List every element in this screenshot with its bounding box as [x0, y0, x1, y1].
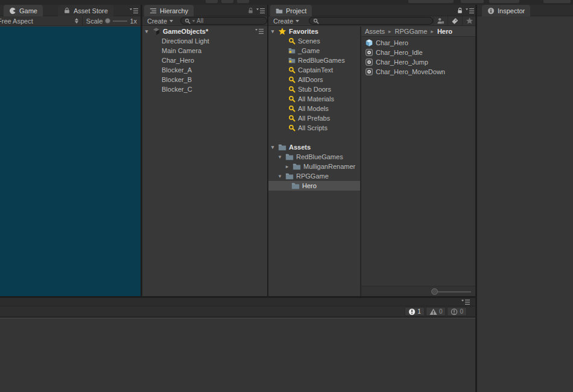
scale-label: Scale	[86, 17, 103, 25]
search-icon	[185, 18, 191, 24]
tab-inspector-label: Inspector	[498, 7, 525, 14]
hierarchy-item[interactable]: Directional Light	[142, 36, 267, 46]
foldout-open-icon[interactable]: ▾	[277, 173, 283, 179]
project-search-input[interactable]	[309, 17, 433, 25]
aspect-dropdown[interactable]: Free Aspect	[0, 17, 33, 25]
favorite-item[interactable]: All Materials	[268, 94, 360, 104]
folder-row[interactable]: ▸ MulliganRenamer	[268, 162, 360, 171]
favorite-item[interactable]: RedBlueGames	[268, 55, 360, 65]
folder-row[interactable]: ▾ RPGGame	[268, 171, 360, 181]
asset-file-row[interactable]: Char_Hero	[361, 38, 476, 48]
breadcrumb-separator-icon: ▸	[431, 28, 434, 34]
breadcrumb-rpggame[interactable]: RPGGame	[395, 28, 428, 35]
console-panel-menu-icon[interactable]	[461, 299, 470, 305]
hierarchy-item-label: Blocker_B	[162, 76, 192, 83]
favorite-item[interactable]: All Models	[268, 104, 360, 113]
tab-game[interactable]: Game	[4, 5, 43, 16]
console-log-area[interactable]	[0, 318, 475, 392]
aspect-dropdown-arrows-icon[interactable]	[75, 18, 78, 24]
tab-game-label: Game	[19, 7, 37, 14]
icon-size-slider-track[interactable]	[435, 291, 471, 292]
asset-file-label: Char_Hero_Idle	[376, 49, 423, 56]
tab-inspector[interactable]: Inspector	[482, 5, 530, 16]
unity-scene-icon	[152, 27, 160, 36]
folder-icon	[291, 182, 300, 190]
search-by-type-button[interactable]	[434, 17, 448, 25]
hierarchy-item[interactable]: Blocker_C	[142, 84, 267, 94]
favorite-item[interactable]: AllDoors	[268, 75, 360, 84]
icon-size-slider-knob[interactable]	[431, 288, 438, 295]
search-favorites-button[interactable]	[463, 17, 476, 25]
asset-store-bag-icon	[63, 7, 71, 14]
saved-search-icon	[288, 86, 296, 93]
favorite-item[interactable]: CaptainText	[268, 65, 360, 75]
asset-file-label: Char_Hero	[376, 39, 408, 46]
hierarchy-panel-menu-icon[interactable]	[256, 8, 265, 14]
hierarchy-item[interactable]: Blocker_B	[142, 75, 267, 84]
hierarchy-lock-icon[interactable]	[247, 7, 254, 14]
foldout-open-icon[interactable]: ▾	[270, 144, 276, 150]
info-count-toggle[interactable]: 0	[447, 307, 467, 316]
project-lock-icon[interactable]	[457, 7, 463, 14]
asset-file-row[interactable]: Char_Hero_MoveDown	[361, 67, 476, 77]
game-viewport[interactable]	[0, 27, 141, 296]
animation-clip-icon	[365, 48, 373, 57]
favorite-item[interactable]: _Game	[268, 46, 360, 55]
hierarchy-item-label: Char_Hero	[162, 57, 194, 64]
breadcrumb-assets[interactable]: Assets	[365, 28, 385, 35]
project-content: ▾ Favorites Scenes _Game RedBlueGames	[268, 27, 476, 296]
hierarchy-create-button[interactable]: Create	[142, 17, 178, 25]
pause-button[interactable]	[221, 0, 234, 4]
favorite-item[interactable]: All Prefabs	[268, 113, 360, 123]
project-folders-column: ▾ Favorites Scenes _Game RedBlueGames	[268, 27, 360, 296]
foldout-closed-icon[interactable]: ▸	[284, 163, 290, 169]
hierarchy-search-input[interactable]: All	[180, 17, 267, 25]
project-panel-menu-icon[interactable]	[465, 8, 475, 14]
hierarchy-item[interactable]: Char_Hero	[142, 55, 267, 65]
assets-root-row[interactable]: ▾ Assets	[268, 142, 360, 152]
scene-menu-icon[interactable]	[255, 28, 264, 34]
scale-slider-knob[interactable]	[105, 18, 110, 24]
search-filter-caret-icon[interactable]	[192, 20, 195, 22]
search-by-type-icon	[437, 17, 445, 25]
tab-hierarchy[interactable]: Hierarchy	[144, 5, 194, 16]
saved-search-icon	[288, 76, 296, 83]
favorite-item[interactable]: Scenes	[268, 36, 360, 46]
scene-header-row[interactable]: ▾ GameObjects*	[142, 27, 267, 36]
warning-icon	[429, 308, 437, 315]
tab-asset-store[interactable]: Asset Store	[58, 5, 113, 16]
asset-file-row[interactable]: Char_Hero_Jump	[361, 57, 476, 67]
project-create-button[interactable]: Create	[268, 17, 304, 25]
foldout-open-icon[interactable]: ▾	[270, 28, 276, 34]
asset-file-row[interactable]: Char_Hero_Idle	[361, 48, 476, 57]
hierarchy-list-icon	[150, 7, 157, 14]
game-panel-menu-icon[interactable]	[129, 8, 139, 14]
folder-row-selected[interactable]: Hero	[268, 181, 360, 191]
warning-count-toggle[interactable]: 0	[426, 307, 446, 316]
foldout-open-icon[interactable]: ▾	[144, 28, 150, 34]
favorite-item[interactable]: Stub Doors	[268, 84, 360, 94]
favorite-item[interactable]: All Scripts	[268, 123, 360, 133]
toolbar-button[interactable]	[460, 0, 484, 4]
error-count: 1	[417, 308, 421, 315]
layout-dropdown[interactable]	[543, 0, 571, 4]
scale-slider-track[interactable]	[113, 21, 127, 22]
hierarchy-item[interactable]: Blocker_A	[142, 65, 267, 75]
layers-dropdown[interactable]	[489, 0, 520, 4]
error-count-toggle[interactable]: 1	[405, 307, 425, 316]
animation-clip-icon	[365, 58, 373, 66]
hierarchy-item-label: Blocker_C	[162, 86, 192, 93]
prefab-cube-icon	[365, 39, 373, 47]
inspector-info-icon	[487, 7, 495, 14]
hierarchy-item[interactable]: Main Camera	[142, 46, 267, 55]
breadcrumb-hero[interactable]: Hero	[437, 28, 452, 35]
project-files-column: Assets ▸ RPGGame ▸ Hero Char_Hero Char_H…	[361, 27, 476, 296]
folder-row[interactable]: ▾ RedBlueGames	[268, 152, 360, 162]
toolbar-dropdown[interactable]	[408, 0, 454, 4]
play-button[interactable]	[205, 0, 218, 4]
foldout-open-icon[interactable]: ▾	[277, 154, 283, 160]
tab-project[interactable]: Project	[270, 5, 312, 16]
search-by-label-button[interactable]	[448, 17, 462, 25]
favorites-header-row[interactable]: ▾ Favorites	[268, 27, 360, 36]
step-button[interactable]	[236, 0, 250, 4]
